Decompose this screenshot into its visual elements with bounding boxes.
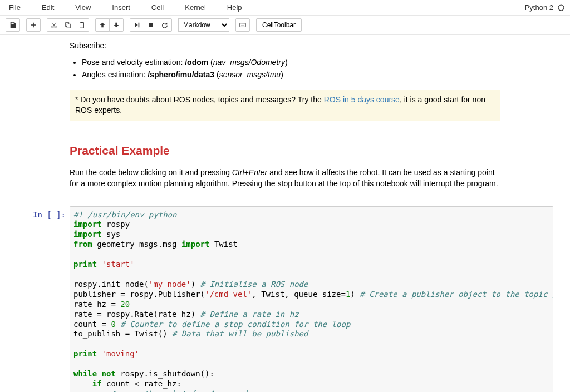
cut-button[interactable] xyxy=(47,18,61,32)
list-item: Pose and velocity estimation: /odom (nav… xyxy=(82,57,500,68)
svg-rect-8 xyxy=(239,23,245,27)
plus-icon xyxy=(30,22,37,28)
menu-help[interactable]: Help xyxy=(224,1,245,14)
run-group xyxy=(130,18,172,32)
kernel-idle-icon xyxy=(558,4,564,11)
cell-type-select[interactable]: Markdown xyxy=(178,18,229,32)
svg-rect-11 xyxy=(242,24,243,24)
code-input[interactable]: #! /usr/bin/env python import rospy impo… xyxy=(70,206,553,392)
interrupt-button[interactable] xyxy=(144,18,158,32)
command-palette-button[interactable] xyxy=(235,18,250,32)
menu-view[interactable]: View xyxy=(72,1,94,14)
move-down-button[interactable] xyxy=(109,18,124,32)
code-cell[interactable]: In [ ]: #! /usr/bin/env python import ro… xyxy=(17,206,553,392)
keyboard-icon xyxy=(239,22,246,28)
edit-group xyxy=(47,18,89,32)
insert-cell-button[interactable] xyxy=(26,18,41,32)
stop-icon xyxy=(148,22,154,28)
menubar: File Edit View Insert Cell Kernel Help P… xyxy=(0,0,570,16)
list-item: Angles estimation: /sphero/imu/data3 (se… xyxy=(82,70,500,81)
svg-rect-12 xyxy=(243,24,244,24)
save-icon xyxy=(9,22,16,28)
markdown-cell[interactable]: Subscribe: Pose and velocity estimation:… xyxy=(17,41,553,190)
kernel-indicator: Python 2 xyxy=(520,3,564,12)
toolbar: Markdown CellToolbar xyxy=(0,16,570,35)
ros-course-link[interactable]: ROS in 5 days course xyxy=(324,95,400,104)
celltoolbar-button[interactable]: CellToolbar xyxy=(256,18,302,32)
menu-kernel[interactable]: Kernel xyxy=(181,1,209,14)
menu-cell[interactable]: Cell xyxy=(148,1,167,14)
paste-icon xyxy=(78,22,85,28)
save-button[interactable] xyxy=(6,18,20,32)
svg-rect-7 xyxy=(149,23,153,27)
menu-file[interactable]: File xyxy=(6,1,24,14)
repeat-icon xyxy=(161,22,168,28)
section-heading: Practical Example xyxy=(70,142,500,158)
input-prompt: In [ ]: xyxy=(17,206,70,392)
highlight-box: * Do you have doubts about ROS nodes, to… xyxy=(70,90,500,121)
move-group xyxy=(95,18,124,32)
restart-button[interactable] xyxy=(158,18,172,32)
arrow-down-icon xyxy=(113,22,120,28)
section-description: Run the code below clicking on it and pr… xyxy=(70,167,500,189)
svg-rect-10 xyxy=(241,24,242,24)
svg-rect-5 xyxy=(80,23,84,28)
menu-insert[interactable]: Insert xyxy=(109,1,134,14)
menubar-menu: File Edit View Insert Cell Kernel Help xyxy=(6,1,245,14)
copy-button[interactable] xyxy=(61,18,75,32)
step-forward-icon xyxy=(134,22,140,28)
svg-rect-13 xyxy=(244,24,245,24)
menu-edit[interactable]: Edit xyxy=(38,1,57,14)
copy-icon xyxy=(65,22,71,28)
svg-rect-6 xyxy=(81,22,82,23)
svg-rect-14 xyxy=(241,26,244,26)
kernel-name: Python 2 xyxy=(520,3,553,12)
svg-rect-4 xyxy=(67,24,70,28)
run-button[interactable] xyxy=(130,18,144,32)
svg-rect-9 xyxy=(240,24,241,24)
svg-point-0 xyxy=(558,5,564,11)
subscribe-list: Pose and velocity estimation: /odom (nav… xyxy=(82,57,500,81)
notebook-area: Subscribe: Pose and velocity estimation:… xyxy=(0,35,570,392)
subscribe-heading: Subscribe: xyxy=(70,41,500,52)
scissors-icon xyxy=(51,22,57,28)
arrow-up-icon xyxy=(99,22,106,28)
move-up-button[interactable] xyxy=(95,18,110,32)
paste-button[interactable] xyxy=(75,18,89,32)
